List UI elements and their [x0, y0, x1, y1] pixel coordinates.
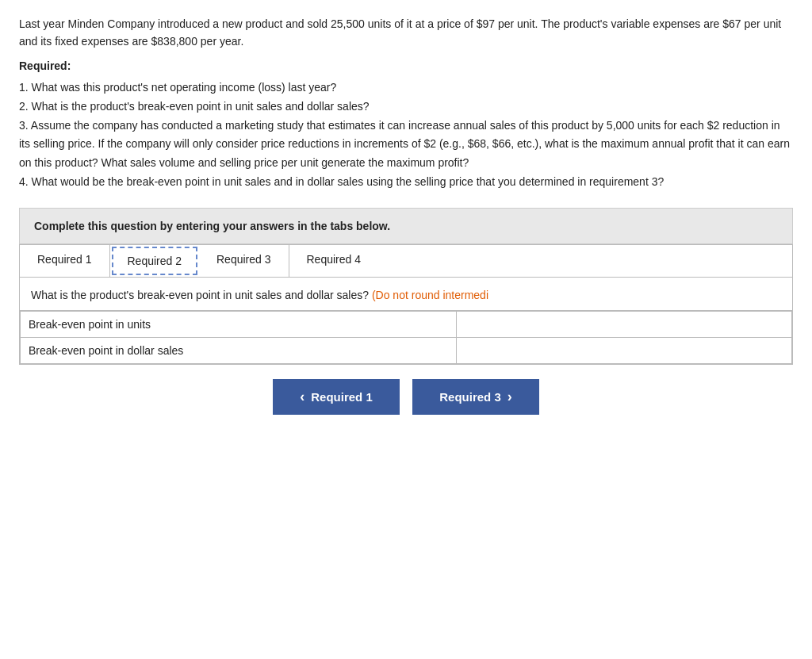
problem-text: Last year Minden Company introduced a ne…	[19, 16, 793, 192]
chevron-left-icon	[300, 389, 304, 405]
label-break-even-units: Break-even point in units	[21, 311, 457, 337]
req-item-3: 3. Assume the company has conducted a ma…	[19, 117, 793, 173]
next-button[interactable]: Required 3	[412, 379, 539, 415]
next-button-label: Required 3	[439, 390, 501, 404]
table-row: Break-even point in dollar sales	[21, 337, 792, 363]
tab-required-1[interactable]: Required 1	[20, 245, 110, 277]
tab-req2-label: Required 2	[128, 255, 182, 267]
tabs-panel: Required 1 Required 2 Required 3 Require…	[19, 244, 793, 365]
table-row: Break-even point in units	[21, 311, 792, 337]
chevron-right-icon	[508, 389, 512, 405]
intro-paragraph: Last year Minden Company introduced a ne…	[19, 16, 793, 50]
tab-req1-label: Required 1	[37, 253, 92, 266]
label-break-even-dollars: Break-even point in dollar sales	[21, 337, 457, 363]
required-label: Required:	[19, 58, 793, 75]
question-area: What is the product's break-even point i…	[20, 278, 792, 311]
requirements-list: 1. What was this product's net operating…	[19, 79, 793, 192]
tab-required-2[interactable]: Required 2	[112, 247, 198, 275]
tabs-row: Required 1 Required 2 Required 3 Require…	[20, 245, 792, 278]
question-text: What is the product's break-even point i…	[31, 289, 369, 301]
tab-req3-label: Required 3	[216, 253, 271, 266]
break-even-dollars-input[interactable]	[457, 338, 791, 363]
required-section: Required: 1. What was this product's net…	[19, 58, 793, 191]
tab-req4-label: Required 4	[307, 253, 362, 266]
prev-button[interactable]: Required 1	[273, 379, 400, 415]
break-even-units-input[interactable]	[457, 312, 791, 337]
input-cell-units[interactable]	[456, 311, 791, 337]
tab-required-4[interactable]: Required 4	[289, 245, 379, 277]
prev-button-label: Required 1	[311, 390, 373, 404]
instruction-box: Complete this question by entering your …	[19, 208, 793, 244]
instruction-text: Complete this question by entering your …	[34, 220, 390, 232]
req-item-2: 2. What is the product's break-even poin…	[19, 98, 793, 117]
question-note: (Do not round intermedi	[372, 289, 488, 301]
answer-table: Break-even point in units Break-even poi…	[20, 311, 792, 364]
input-cell-dollars[interactable]	[456, 337, 791, 363]
req-item-4: 4. What would be the break-even point in…	[19, 173, 793, 192]
tab-required-3[interactable]: Required 3	[199, 245, 289, 277]
req-item-1: 1. What was this product's net operating…	[19, 79, 793, 98]
nav-buttons: Required 1 Required 3	[19, 379, 793, 423]
